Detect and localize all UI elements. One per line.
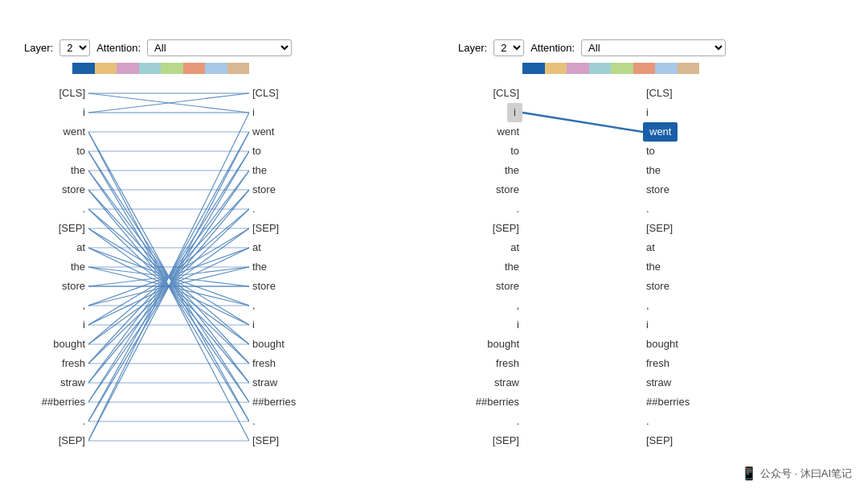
- token: .: [249, 412, 259, 431]
- token: the: [249, 257, 270, 277]
- svg-line-55: [522, 113, 643, 132]
- token: bought: [643, 335, 682, 354]
- token: bought: [249, 335, 288, 354]
- token: .: [643, 412, 653, 431]
- token: the: [502, 257, 522, 277]
- token: [SEP]: [55, 431, 88, 450]
- token: [SEP]: [249, 219, 282, 238]
- token: to: [643, 142, 658, 161]
- token: went: [494, 122, 522, 142]
- token: [SEP]: [489, 431, 522, 450]
- svg-line-36: [88, 113, 249, 441]
- token: .: [513, 199, 522, 219]
- attention-select-left[interactable]: All: [147, 39, 292, 56]
- attention-label-left: Attention:: [96, 42, 141, 54]
- token: ,: [513, 296, 522, 315]
- token: ,: [79, 296, 88, 315]
- token: store: [59, 180, 88, 199]
- token: at: [643, 238, 658, 257]
- layer-label-right: Layer:: [458, 42, 487, 54]
- token: straw: [249, 373, 280, 392]
- lines-right: [522, 84, 643, 450]
- token: to: [73, 142, 88, 161]
- token: at: [249, 238, 264, 257]
- token: store: [59, 277, 88, 296]
- layer-label-left: Layer:: [24, 42, 53, 54]
- controls-right: Layer: 2 Attention: All: [458, 39, 844, 56]
- token: store: [249, 277, 279, 296]
- token: ##berries: [643, 392, 693, 412]
- layer-select-left[interactable]: 2: [59, 39, 90, 56]
- token: the: [68, 257, 88, 277]
- color-bar-left: [72, 63, 249, 74]
- token: [SEP]: [643, 431, 676, 450]
- token: fresh: [493, 354, 522, 373]
- token: i: [80, 315, 88, 335]
- token: [SEP]: [489, 219, 522, 238]
- token: ##berries: [39, 392, 88, 412]
- token: the: [249, 161, 270, 180]
- token: i: [249, 103, 258, 122]
- token: fresh: [59, 354, 88, 373]
- token: store: [249, 180, 279, 199]
- token: i: [249, 315, 258, 335]
- token: i: [643, 315, 652, 335]
- token-highlighted-source: i: [507, 103, 522, 122]
- token: at: [507, 238, 522, 257]
- token: went: [249, 122, 277, 142]
- color-bar-right: [522, 63, 699, 74]
- token: [CLS]: [249, 84, 282, 103]
- token: straw: [643, 373, 674, 392]
- token: .: [513, 412, 522, 431]
- token: at: [73, 238, 88, 257]
- token: [CLS]: [489, 84, 522, 103]
- token: [SEP]: [249, 431, 282, 450]
- token: fresh: [249, 354, 279, 373]
- token: straw: [57, 373, 88, 392]
- token: to: [507, 142, 522, 161]
- token: store: [643, 180, 673, 199]
- token: .: [79, 199, 88, 219]
- token: straw: [491, 373, 522, 392]
- panel-right: Layer: 2 Attention: All: [458, 39, 844, 450]
- token: .: [79, 412, 88, 431]
- token: the: [68, 161, 88, 180]
- token: to: [249, 142, 264, 161]
- token: the: [502, 161, 522, 180]
- token: store: [493, 277, 522, 296]
- token: ##berries: [473, 392, 522, 412]
- token: i: [80, 103, 88, 122]
- token: ,: [643, 296, 653, 315]
- token: .: [643, 199, 653, 219]
- watermark-text: 公众号 · 沐曰AI笔记: [760, 466, 852, 481]
- token: i: [643, 103, 652, 122]
- token-list-right-target: [CLS] i went to the store . [SEP] at the…: [643, 84, 707, 450]
- watermark: 📱 公众号 · 沐曰AI笔记: [741, 466, 852, 481]
- token: the: [643, 257, 664, 277]
- token: store: [493, 180, 522, 199]
- token: bought: [484, 335, 522, 354]
- token: the: [643, 161, 664, 180]
- token: [SEP]: [55, 219, 88, 238]
- token: went: [60, 122, 88, 142]
- token: [CLS]: [643, 84, 676, 103]
- token: ,: [249, 296, 259, 315]
- main-container: Layer: 2 Attention: All: [0, 23, 868, 466]
- controls-left: Layer: 2 Attention: All: [24, 39, 410, 56]
- layer-select-right[interactable]: 2: [493, 39, 524, 56]
- panel-left: Layer: 2 Attention: All: [24, 39, 410, 450]
- visualization-left: [CLS] i went to the store . [SEP] at the…: [24, 84, 410, 450]
- attention-label-right: Attention:: [530, 42, 575, 54]
- attention-select-right[interactable]: All: [581, 39, 726, 56]
- token-list-right-source: [CLS] i went to the store . [SEP] at the…: [458, 84, 522, 450]
- lines-left: [88, 84, 249, 450]
- token: i: [514, 315, 522, 335]
- token: [CLS]: [55, 84, 88, 103]
- wechat-icon: 📱: [741, 466, 757, 481]
- token: ##berries: [249, 392, 299, 412]
- token: fresh: [643, 354, 673, 373]
- token: store: [643, 277, 673, 296]
- token: bought: [50, 335, 88, 354]
- token-list-left-target: [CLS] i went to the store . [SEP] at the…: [249, 84, 313, 450]
- token-highlighted-target: went: [643, 122, 678, 142]
